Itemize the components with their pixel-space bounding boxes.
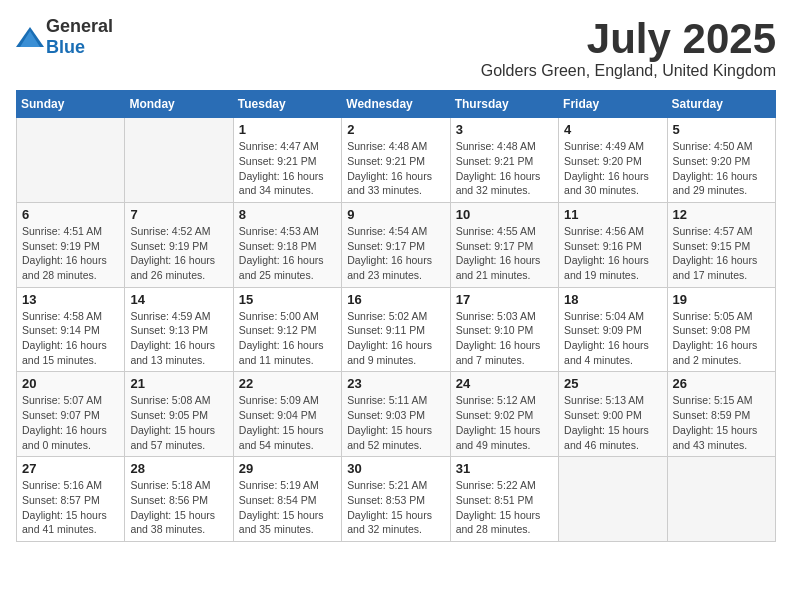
day-info: Sunrise: 5:11 AM Sunset: 9:03 PM Dayligh…	[347, 393, 444, 452]
logo-general: General	[46, 16, 113, 36]
day-info: Sunrise: 4:52 AM Sunset: 9:19 PM Dayligh…	[130, 224, 227, 283]
day-number: 18	[564, 292, 661, 307]
day-info: Sunrise: 5:05 AM Sunset: 9:08 PM Dayligh…	[673, 309, 770, 368]
day-info: Sunrise: 4:51 AM Sunset: 9:19 PM Dayligh…	[22, 224, 119, 283]
calendar-cell: 18Sunrise: 5:04 AM Sunset: 9:09 PM Dayli…	[559, 287, 667, 372]
day-info: Sunrise: 5:13 AM Sunset: 9:00 PM Dayligh…	[564, 393, 661, 452]
calendar-cell: 4Sunrise: 4:49 AM Sunset: 9:20 PM Daylig…	[559, 118, 667, 203]
day-info: Sunrise: 5:09 AM Sunset: 9:04 PM Dayligh…	[239, 393, 336, 452]
day-info: Sunrise: 4:58 AM Sunset: 9:14 PM Dayligh…	[22, 309, 119, 368]
location-title: Golders Green, England, United Kingdom	[481, 62, 776, 80]
day-number: 9	[347, 207, 444, 222]
day-number: 8	[239, 207, 336, 222]
day-info: Sunrise: 5:18 AM Sunset: 8:56 PM Dayligh…	[130, 478, 227, 537]
day-number: 1	[239, 122, 336, 137]
calendar-cell	[125, 118, 233, 203]
calendar-cell	[559, 457, 667, 542]
day-number: 3	[456, 122, 553, 137]
calendar-cell: 28Sunrise: 5:18 AM Sunset: 8:56 PM Dayli…	[125, 457, 233, 542]
calendar-cell: 12Sunrise: 4:57 AM Sunset: 9:15 PM Dayli…	[667, 202, 775, 287]
calendar-cell: 29Sunrise: 5:19 AM Sunset: 8:54 PM Dayli…	[233, 457, 341, 542]
calendar-cell: 7Sunrise: 4:52 AM Sunset: 9:19 PM Daylig…	[125, 202, 233, 287]
day-info: Sunrise: 4:54 AM Sunset: 9:17 PM Dayligh…	[347, 224, 444, 283]
calendar-cell: 5Sunrise: 4:50 AM Sunset: 9:20 PM Daylig…	[667, 118, 775, 203]
day-number: 19	[673, 292, 770, 307]
calendar-cell	[667, 457, 775, 542]
calendar-cell: 14Sunrise: 4:59 AM Sunset: 9:13 PM Dayli…	[125, 287, 233, 372]
calendar-cell: 13Sunrise: 4:58 AM Sunset: 9:14 PM Dayli…	[17, 287, 125, 372]
day-info: Sunrise: 5:00 AM Sunset: 9:12 PM Dayligh…	[239, 309, 336, 368]
day-info: Sunrise: 5:21 AM Sunset: 8:53 PM Dayligh…	[347, 478, 444, 537]
month-title: July 2025	[481, 16, 776, 62]
calendar-cell: 10Sunrise: 4:55 AM Sunset: 9:17 PM Dayli…	[450, 202, 558, 287]
day-of-week-header: Monday	[125, 91, 233, 118]
day-info: Sunrise: 5:19 AM Sunset: 8:54 PM Dayligh…	[239, 478, 336, 537]
calendar-cell: 22Sunrise: 5:09 AM Sunset: 9:04 PM Dayli…	[233, 372, 341, 457]
calendar-cell: 24Sunrise: 5:12 AM Sunset: 9:02 PM Dayli…	[450, 372, 558, 457]
calendar-week-row: 27Sunrise: 5:16 AM Sunset: 8:57 PM Dayli…	[17, 457, 776, 542]
day-of-week-header: Thursday	[450, 91, 558, 118]
day-of-week-header: Wednesday	[342, 91, 450, 118]
day-number: 2	[347, 122, 444, 137]
calendar-cell: 20Sunrise: 5:07 AM Sunset: 9:07 PM Dayli…	[17, 372, 125, 457]
day-info: Sunrise: 5:02 AM Sunset: 9:11 PM Dayligh…	[347, 309, 444, 368]
calendar-cell: 25Sunrise: 5:13 AM Sunset: 9:00 PM Dayli…	[559, 372, 667, 457]
day-info: Sunrise: 4:48 AM Sunset: 9:21 PM Dayligh…	[347, 139, 444, 198]
calendar-header-row: SundayMondayTuesdayWednesdayThursdayFrid…	[17, 91, 776, 118]
day-info: Sunrise: 5:12 AM Sunset: 9:02 PM Dayligh…	[456, 393, 553, 452]
day-info: Sunrise: 5:04 AM Sunset: 9:09 PM Dayligh…	[564, 309, 661, 368]
day-number: 6	[22, 207, 119, 222]
calendar-cell: 2Sunrise: 4:48 AM Sunset: 9:21 PM Daylig…	[342, 118, 450, 203]
day-number: 16	[347, 292, 444, 307]
day-info: Sunrise: 4:50 AM Sunset: 9:20 PM Dayligh…	[673, 139, 770, 198]
day-number: 27	[22, 461, 119, 476]
calendar-week-row: 6Sunrise: 4:51 AM Sunset: 9:19 PM Daylig…	[17, 202, 776, 287]
day-info: Sunrise: 5:15 AM Sunset: 8:59 PM Dayligh…	[673, 393, 770, 452]
calendar-cell: 11Sunrise: 4:56 AM Sunset: 9:16 PM Dayli…	[559, 202, 667, 287]
calendar-cell: 31Sunrise: 5:22 AM Sunset: 8:51 PM Dayli…	[450, 457, 558, 542]
day-number: 28	[130, 461, 227, 476]
calendar-cell: 19Sunrise: 5:05 AM Sunset: 9:08 PM Dayli…	[667, 287, 775, 372]
day-info: Sunrise: 5:22 AM Sunset: 8:51 PM Dayligh…	[456, 478, 553, 537]
day-number: 31	[456, 461, 553, 476]
calendar-cell: 30Sunrise: 5:21 AM Sunset: 8:53 PM Dayli…	[342, 457, 450, 542]
calendar-cell	[17, 118, 125, 203]
calendar-cell: 17Sunrise: 5:03 AM Sunset: 9:10 PM Dayli…	[450, 287, 558, 372]
calendar-cell: 6Sunrise: 4:51 AM Sunset: 9:19 PM Daylig…	[17, 202, 125, 287]
day-number: 17	[456, 292, 553, 307]
calendar-week-row: 1Sunrise: 4:47 AM Sunset: 9:21 PM Daylig…	[17, 118, 776, 203]
day-number: 12	[673, 207, 770, 222]
day-info: Sunrise: 4:59 AM Sunset: 9:13 PM Dayligh…	[130, 309, 227, 368]
calendar-week-row: 20Sunrise: 5:07 AM Sunset: 9:07 PM Dayli…	[17, 372, 776, 457]
page-header: General Blue July 2025 Golders Green, En…	[16, 16, 776, 80]
day-number: 30	[347, 461, 444, 476]
calendar-cell: 9Sunrise: 4:54 AM Sunset: 9:17 PM Daylig…	[342, 202, 450, 287]
calendar-week-row: 13Sunrise: 4:58 AM Sunset: 9:14 PM Dayli…	[17, 287, 776, 372]
day-number: 10	[456, 207, 553, 222]
calendar-cell: 23Sunrise: 5:11 AM Sunset: 9:03 PM Dayli…	[342, 372, 450, 457]
day-number: 5	[673, 122, 770, 137]
day-number: 24	[456, 376, 553, 391]
calendar-table: SundayMondayTuesdayWednesdayThursdayFrid…	[16, 90, 776, 542]
day-info: Sunrise: 4:49 AM Sunset: 9:20 PM Dayligh…	[564, 139, 661, 198]
day-of-week-header: Sunday	[17, 91, 125, 118]
calendar-cell: 3Sunrise: 4:48 AM Sunset: 9:21 PM Daylig…	[450, 118, 558, 203]
day-info: Sunrise: 5:03 AM Sunset: 9:10 PM Dayligh…	[456, 309, 553, 368]
day-number: 13	[22, 292, 119, 307]
day-number: 26	[673, 376, 770, 391]
day-number: 7	[130, 207, 227, 222]
calendar-cell: 27Sunrise: 5:16 AM Sunset: 8:57 PM Dayli…	[17, 457, 125, 542]
day-number: 21	[130, 376, 227, 391]
day-info: Sunrise: 5:07 AM Sunset: 9:07 PM Dayligh…	[22, 393, 119, 452]
day-info: Sunrise: 5:08 AM Sunset: 9:05 PM Dayligh…	[130, 393, 227, 452]
day-number: 20	[22, 376, 119, 391]
day-number: 15	[239, 292, 336, 307]
day-of-week-header: Tuesday	[233, 91, 341, 118]
title-block: July 2025 Golders Green, England, United…	[481, 16, 776, 80]
logo: General Blue	[16, 16, 113, 58]
calendar-cell: 16Sunrise: 5:02 AM Sunset: 9:11 PM Dayli…	[342, 287, 450, 372]
day-number: 23	[347, 376, 444, 391]
calendar-cell: 8Sunrise: 4:53 AM Sunset: 9:18 PM Daylig…	[233, 202, 341, 287]
day-number: 29	[239, 461, 336, 476]
logo-blue: Blue	[46, 37, 85, 57]
